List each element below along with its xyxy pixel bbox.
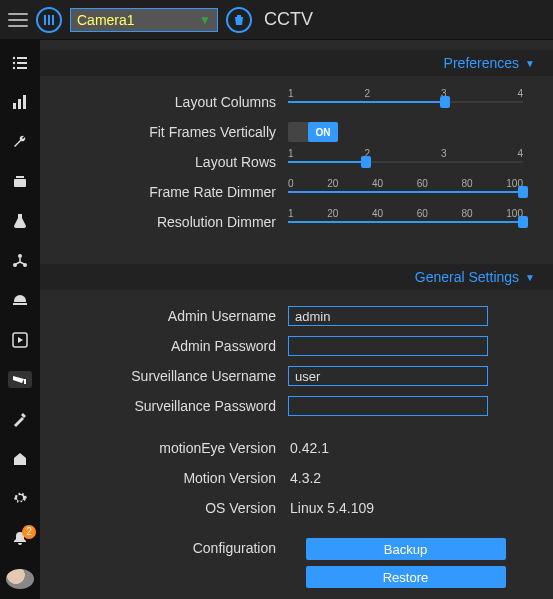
general-section: General Settings ▼ Admin Username Admin … bbox=[40, 264, 553, 588]
notifications-button[interactable]: 2 bbox=[8, 529, 32, 547]
frame-rate-slider[interactable]: 020406080100 bbox=[288, 178, 523, 206]
svg-rect-12 bbox=[14, 179, 26, 187]
svg-rect-10 bbox=[18, 99, 21, 109]
restore-button[interactable]: Restore bbox=[306, 566, 506, 588]
general-title: General Settings bbox=[415, 269, 519, 285]
frame-rate-label: Frame Rate Dimmer bbox=[40, 184, 288, 200]
preferences-section: Preferences ▼ Layout Columns 1234 Fit Fr… bbox=[40, 50, 553, 234]
backup-button[interactable]: Backup bbox=[306, 538, 506, 560]
top-bar: Camera1 ▼ CCTV bbox=[0, 0, 553, 40]
svg-rect-13 bbox=[16, 176, 24, 178]
toggle-on-text: ON bbox=[308, 122, 338, 142]
chevron-down-icon: ▼ bbox=[525, 272, 535, 283]
trash-icon[interactable] bbox=[226, 7, 252, 33]
hacs-icon[interactable] bbox=[8, 173, 32, 191]
m-version-value: 4.3.2 bbox=[288, 470, 321, 486]
svg-rect-1 bbox=[48, 15, 50, 25]
svg-rect-0 bbox=[44, 15, 46, 25]
preferences-header[interactable]: Preferences ▼ bbox=[40, 50, 553, 76]
layout-rows-row: Layout Rows 1234 bbox=[40, 150, 523, 174]
fit-frames-toggle[interactable]: ON bbox=[288, 122, 338, 142]
fit-frames-row: Fit Frames Vertically ON bbox=[40, 120, 523, 144]
play-icon[interactable] bbox=[8, 331, 32, 349]
svg-rect-8 bbox=[17, 67, 27, 69]
camera-select-label: Camera1 bbox=[77, 12, 135, 28]
fit-frames-label: Fit Frames Vertically bbox=[40, 124, 288, 140]
resolution-row: Resolution Dimmer 120406080100 bbox=[40, 210, 523, 234]
configuration-label: Configuration bbox=[40, 538, 288, 556]
hamburger-menu-button[interactable] bbox=[8, 13, 28, 27]
app-title: CCTV bbox=[264, 9, 313, 30]
admin-password-input[interactable] bbox=[288, 336, 488, 356]
preferences-title: Preferences bbox=[444, 55, 519, 71]
surv-user-label: Surveillance Username bbox=[40, 368, 288, 384]
svg-point-5 bbox=[13, 62, 15, 64]
chevron-down-icon: ▼ bbox=[525, 58, 535, 69]
home-icon[interactable] bbox=[8, 450, 32, 468]
network-icon[interactable] bbox=[8, 252, 32, 270]
kitchen-icon[interactable] bbox=[8, 291, 32, 309]
avatar[interactable] bbox=[6, 569, 34, 590]
svg-rect-17 bbox=[13, 303, 27, 305]
svg-rect-4 bbox=[17, 57, 27, 59]
svg-point-3 bbox=[13, 57, 15, 59]
os-version-label: OS Version bbox=[40, 500, 288, 516]
cctv-icon[interactable] bbox=[8, 371, 32, 389]
layout-columns-label: Layout Columns bbox=[40, 94, 288, 110]
me-version-value: 0.42.1 bbox=[288, 440, 329, 456]
resolution-label: Resolution Dimmer bbox=[40, 214, 288, 230]
layout-columns-slider[interactable]: 1234 bbox=[288, 88, 523, 116]
main-panel: Preferences ▼ Layout Columns 1234 Fit Fr… bbox=[40, 40, 553, 599]
svg-rect-19 bbox=[24, 379, 26, 384]
columns-icon[interactable] bbox=[36, 7, 62, 33]
svg-rect-6 bbox=[17, 62, 27, 64]
admin-user-label: Admin Username bbox=[40, 308, 288, 324]
chart-icon[interactable] bbox=[8, 94, 32, 112]
layout-rows-slider[interactable]: 1234 bbox=[288, 148, 523, 176]
frame-rate-row: Frame Rate Dimmer 020406080100 bbox=[40, 180, 523, 204]
surv-pass-label: Surveillance Password bbox=[40, 398, 288, 414]
layout-columns-row: Layout Columns 1234 bbox=[40, 90, 523, 114]
m-version-label: Motion Version bbox=[40, 470, 288, 486]
svg-rect-9 bbox=[13, 103, 16, 109]
me-version-label: motionEye Version bbox=[40, 440, 288, 456]
notifications-badge: 2 bbox=[22, 525, 36, 539]
chevron-down-icon: ▼ bbox=[199, 13, 211, 27]
tool-icon[interactable] bbox=[8, 410, 32, 428]
layout-rows-label: Layout Rows bbox=[40, 154, 288, 170]
svg-point-14 bbox=[18, 254, 22, 258]
list-icon[interactable] bbox=[8, 54, 32, 72]
wrench-icon[interactable] bbox=[8, 133, 32, 151]
surveillance-password-input[interactable] bbox=[288, 396, 488, 416]
svg-rect-11 bbox=[23, 95, 26, 109]
camera-select[interactable]: Camera1 ▼ bbox=[70, 8, 218, 32]
gear-icon[interactable] bbox=[8, 489, 32, 507]
svg-rect-2 bbox=[52, 15, 54, 25]
admin-pass-label: Admin Password bbox=[40, 338, 288, 354]
flask-icon[interactable] bbox=[8, 212, 32, 230]
admin-username-input[interactable] bbox=[288, 306, 488, 326]
surveillance-username-input[interactable] bbox=[288, 366, 488, 386]
svg-point-7 bbox=[13, 67, 15, 69]
resolution-slider[interactable]: 120406080100 bbox=[288, 208, 523, 236]
sidebar: 2 bbox=[0, 40, 40, 599]
general-header[interactable]: General Settings ▼ bbox=[40, 264, 553, 290]
os-version-value: Linux 5.4.109 bbox=[288, 500, 374, 516]
